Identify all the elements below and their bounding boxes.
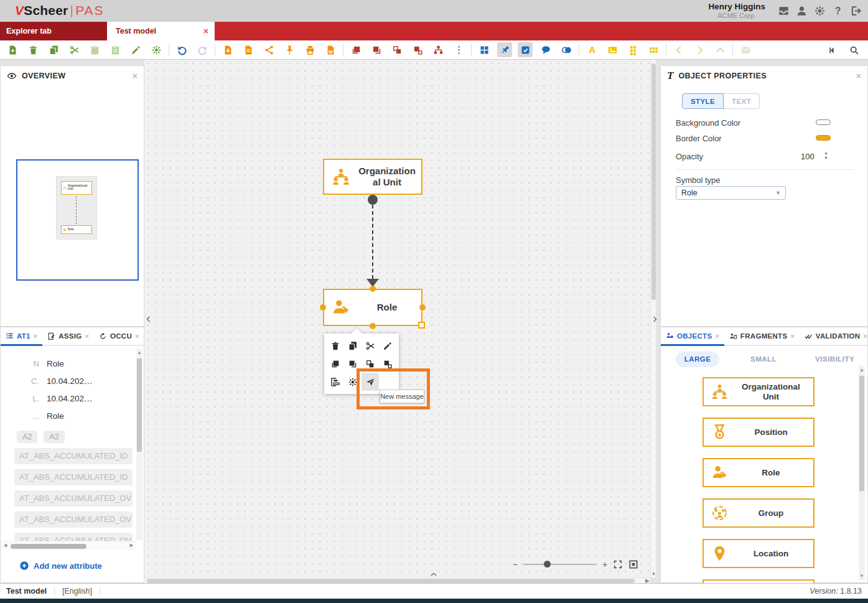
node-role[interactable]: Role xyxy=(323,289,422,326)
scrollbar-thumb[interactable] xyxy=(651,63,656,300)
eyedropper-button[interactable] xyxy=(379,337,396,355)
collapse-panel-button[interactable] xyxy=(824,43,839,58)
text-tab[interactable]: TEXT xyxy=(724,93,760,109)
right-panel-collapse-icon[interactable] xyxy=(651,314,658,327)
scissors-button[interactable] xyxy=(362,337,379,355)
spinner-down-icon[interactable]: ▼ xyxy=(824,156,828,160)
attributes-horizontal-scrollbar[interactable]: ◄ ► xyxy=(1,541,136,551)
background-color-swatch[interactable] xyxy=(816,119,831,125)
tab-at1[interactable]: AT1× xyxy=(1,327,42,346)
attribute-row[interactable]: L.10.04.202… xyxy=(1,390,136,407)
close-tab-icon[interactable]: × xyxy=(203,22,208,40)
text-button[interactable]: A xyxy=(584,42,599,57)
spinner-up-icon[interactable]: ▲ xyxy=(824,151,828,155)
bring-forward-button[interactable] xyxy=(390,42,404,57)
border-color-swatch[interactable] xyxy=(816,135,831,141)
scrollbar-thumb[interactable] xyxy=(11,544,86,549)
status-language[interactable]: [English] xyxy=(62,587,92,596)
tab-assig[interactable]: ASSIG× xyxy=(42,327,94,345)
scroll-down-icon[interactable]: ▼ xyxy=(859,573,865,579)
export-file-button[interactable] xyxy=(241,42,256,57)
scroll-up-icon[interactable]: ▲ xyxy=(859,367,865,373)
tab-fragments[interactable]: FRAGMENTS× xyxy=(724,327,800,345)
send-backward-button[interactable] xyxy=(379,355,396,373)
send-to-back-button[interactable] xyxy=(344,355,362,373)
checkbox-button[interactable] xyxy=(518,42,533,57)
symbol-type-dropdown[interactable]: Role ▼ xyxy=(676,186,786,200)
settings-icon[interactable] xyxy=(814,5,826,17)
size-tab-visibility[interactable]: VISIBILITY xyxy=(815,355,854,363)
eyedropper-button[interactable] xyxy=(128,42,143,57)
bring-to-front-button[interactable] xyxy=(348,42,363,57)
attribute-row[interactable]: C.10.04.202… xyxy=(1,372,136,390)
node-right-handle[interactable] xyxy=(419,304,426,311)
close-panel-icon[interactable]: × xyxy=(856,71,861,81)
node-organizational-unit[interactable]: Organizational Unit xyxy=(323,159,422,195)
settings-button[interactable] xyxy=(344,373,362,391)
share-button[interactable] xyxy=(261,42,276,57)
attribute-field[interactable]: AT_ABS_ACCUMULATED_OV xyxy=(14,490,133,507)
settings-button[interactable] xyxy=(149,42,164,57)
bring-forward-button[interactable] xyxy=(362,355,379,373)
new-message-button[interactable] xyxy=(362,373,379,391)
zoom-slider-thumb[interactable] xyxy=(544,561,551,568)
fit-to-screen-icon[interactable] xyxy=(628,559,638,569)
diagram-canvas[interactable]: Organizational Unit Role New message − + xyxy=(144,60,650,577)
minimap-viewport[interactable]: Organizational Unit Role xyxy=(16,159,139,281)
copy-button[interactable] xyxy=(344,337,362,355)
tab-explorer[interactable]: Explorer tab xyxy=(0,22,107,40)
canvas-horizontal-scrollbar[interactable]: ▶ xyxy=(144,577,650,583)
edge-origin-handle[interactable] xyxy=(368,195,378,205)
toggle-visibility-button[interactable] xyxy=(559,42,574,57)
tab-occu[interactable]: OCCU× xyxy=(94,327,144,345)
hierarchy-layout-button[interactable] xyxy=(431,42,446,57)
palette-item-organizational-unit[interactable]: Organizational Unit xyxy=(702,377,814,406)
send-to-back-button[interactable] xyxy=(369,42,384,57)
copy-button[interactable] xyxy=(46,42,61,57)
scissors-button[interactable] xyxy=(67,42,82,57)
close-tab-icon[interactable]: × xyxy=(135,332,139,340)
close-panel-icon[interactable]: × xyxy=(133,71,138,81)
palette-item-group[interactable]: Group xyxy=(702,498,814,528)
palette-scrollbar[interactable]: ▲ ▼ xyxy=(859,366,865,580)
trash-button[interactable] xyxy=(327,337,344,355)
attribute-row[interactable]: ...Role xyxy=(1,407,136,424)
attribute-field[interactable]: AT_ABS_ACCUMULATED_ID xyxy=(14,469,133,485)
search-button[interactable] xyxy=(847,43,862,58)
help-icon[interactable]: ? xyxy=(832,5,844,17)
opacity-spinner[interactable]: ▲▼ xyxy=(824,151,828,160)
add-new-attribute-button[interactable]: Add new attribute xyxy=(19,561,102,571)
grid-small-button[interactable] xyxy=(625,42,640,57)
comment-button[interactable] xyxy=(538,42,553,57)
close-tab-icon[interactable]: × xyxy=(863,332,867,340)
grid-large-button[interactable] xyxy=(646,42,661,57)
opacity-value[interactable]: 100 xyxy=(801,152,814,161)
trash-button[interactable] xyxy=(26,42,40,57)
inbox-icon[interactable] xyxy=(778,5,790,17)
size-tab-large[interactable]: LARGE xyxy=(676,352,719,367)
pin-connector-button[interactable] xyxy=(497,42,512,57)
bring-to-front-button[interactable] xyxy=(327,355,344,373)
zoom-slider[interactable] xyxy=(523,564,597,565)
tab-objects[interactable]: OBJECTS× xyxy=(661,327,724,346)
fullscreen-icon[interactable] xyxy=(613,559,623,569)
node-bottom-handle[interactable] xyxy=(370,323,376,329)
palette-item-location[interactable]: Location xyxy=(702,539,814,568)
scroll-left-icon[interactable]: ◄ xyxy=(2,542,8,548)
style-tab[interactable]: STYLE xyxy=(682,93,724,109)
image-button[interactable] xyxy=(605,42,620,57)
tree-layout-button[interactable] xyxy=(327,373,344,391)
new-file-button[interactable] xyxy=(5,42,20,57)
tab-validation[interactable]: VALIDATION× xyxy=(800,327,868,345)
scrollbar-thumb[interactable] xyxy=(137,358,142,452)
left-panel-collapse-icon[interactable] xyxy=(145,314,152,327)
size-tab-small[interactable]: SMALL xyxy=(750,355,777,363)
grid-layout-button[interactable] xyxy=(477,42,492,57)
tab-test-model[interactable]: Test model × xyxy=(107,22,215,40)
close-tab-icon[interactable]: × xyxy=(790,332,794,340)
edge-dashed-line[interactable] xyxy=(372,205,373,279)
download-file-button[interactable] xyxy=(220,42,235,57)
user-icon[interactable] xyxy=(796,5,808,17)
attribute-row[interactable]: NRole xyxy=(1,355,136,372)
send-backward-button[interactable] xyxy=(410,42,425,57)
